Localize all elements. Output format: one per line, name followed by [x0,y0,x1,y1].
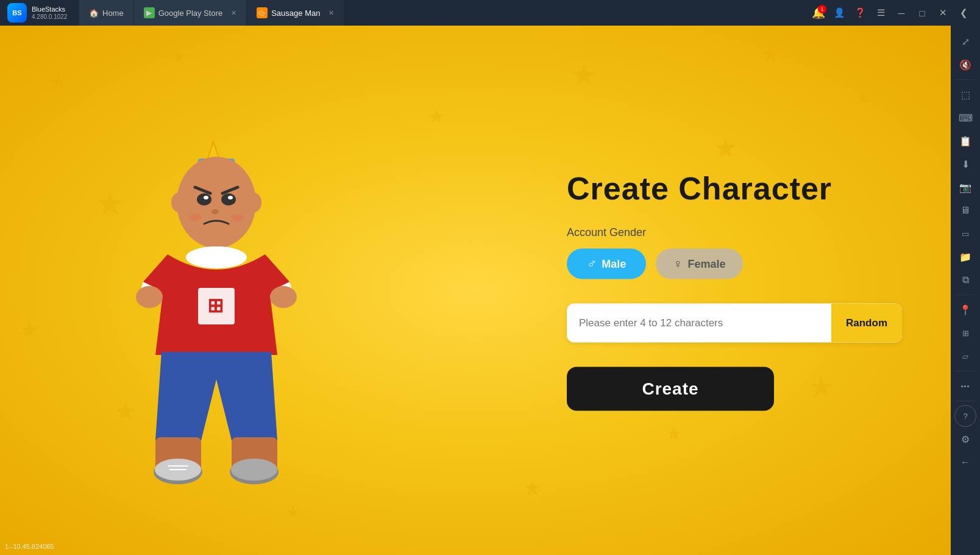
sidebar-divider-4 [956,401,975,401]
name-input-row: Random [567,304,902,343]
app-name: BlueStacks [32,5,67,13]
create-character-panel: Create Character Account Gender ♂ Male ♀… [567,170,902,411]
menu-button[interactable]: ☰ [872,4,890,22]
svg-point-13 [247,193,261,212]
home-tab-icon: 🏠 [89,9,99,18]
volume-icon[interactable]: 🔇 [954,54,976,76]
svg-point-8 [228,196,233,199]
female-button[interactable]: ♀ Female [656,249,743,279]
playstore-close-icon[interactable]: ✕ [231,9,236,17]
home-tab-label: Home [102,9,124,18]
create-title: Create Character [567,170,902,207]
sidebar-divider-2 [956,295,975,295]
svg-point-26 [231,459,277,481]
random-button[interactable]: Random [831,304,902,343]
fullscreen-icon[interactable]: ⤢ [954,30,976,52]
screen2-icon[interactable]: ▭ [954,223,976,245]
svg-point-5 [197,193,211,206]
location-icon[interactable]: 📍 [954,299,976,321]
screen-icon[interactable]: 🖥 [954,199,976,221]
svg-point-7 [204,196,208,199]
camera-icon[interactable]: 📷 [954,176,976,198]
sidebar-divider-3 [956,371,975,371]
coordinates-display: 1--10.45.824065 [5,543,54,550]
game-area: ★ ★ ★ ★ ★ ★ ★ ★ ★ ★ ★ ★ ★ ★ ★ [0,26,951,555]
help-button[interactable]: ❓ [851,4,869,22]
install-icon[interactable]: ⬇ [954,153,976,175]
maximize-button[interactable]: □ [913,4,931,22]
app-info: BlueStacks 4.280.0.1022 [32,5,67,20]
svg-point-15 [186,246,247,268]
gender-label: Account Gender [567,226,902,239]
window-controls: 🔔 👤 ❓ ☰ ─ □ ✕ ❮ [802,4,980,22]
help-icon[interactable]: ? [954,405,976,427]
svg-point-17 [270,286,297,308]
playstore-tab-label: Google Play Store [158,9,223,18]
gender-buttons: ♂ Male ♀ Female [567,249,902,279]
sausageman-tab-icon: 🌭 [257,7,268,18]
create-button[interactable]: Create [567,367,774,411]
copy-icon[interactable]: ⧉ [954,269,976,291]
sausageman-tab-label: Sausage Man [271,9,320,18]
tab-home[interactable]: 🏠 Home [79,0,134,26]
female-label: Female [688,257,726,270]
tab-playstore[interactable]: ▶ Google Play Store ✕ [134,0,247,26]
more-options-icon[interactable]: ••• [954,375,976,397]
account-button[interactable]: 👤 [830,4,848,22]
main-layout: ★ ★ ★ ★ ★ ★ ★ ★ ★ ★ ★ ★ ★ ★ ★ [0,26,980,555]
svg-point-6 [221,193,236,206]
region-capture-icon[interactable]: ⬚ [954,84,976,106]
app-version: 4.280.0.1022 [32,13,67,20]
right-sidebar: ⤢ 🔇 ⬚ ⌨ 📋 ⬇ 📷 🖥 ▭ 📁 ⧉ 📍 ⊞ ▱ ••• ? ⚙ ← [951,26,980,555]
male-button[interactable]: ♂ Male [567,249,646,279]
male-icon: ♂ [587,256,597,272]
playstore-tab-icon: ▶ [144,7,155,18]
titlebar: BS BlueStacks 4.280.0.1022 🏠 Home ▶ Goog… [0,0,980,26]
border-icon[interactable]: ▱ [954,345,976,367]
sidebar-toggle-button[interactable]: ❮ [954,4,973,22]
svg-point-10 [189,214,201,221]
folder-icon[interactable]: 📁 [954,246,976,268]
svg-point-9 [211,209,219,214]
svg-point-16 [136,286,163,308]
svg-point-2 [177,157,256,248]
svg-text:⊞: ⊞ [207,295,224,317]
character-display: ⊞ [110,74,323,501]
female-icon: ♀ [673,256,683,272]
sausageman-close-icon[interactable]: ✕ [328,9,334,17]
character-svg: ⊞ [119,123,314,501]
sidebar-divider-1 [956,79,975,80]
keyboard-icon[interactable]: ⌨ [954,107,976,129]
male-label: Male [602,257,626,270]
clipboard-icon[interactable]: 📋 [954,130,976,152]
svg-point-12 [171,193,186,212]
character-name-input[interactable] [567,317,831,329]
settings-icon[interactable]: ⚙ [954,428,976,450]
close-button[interactable]: ✕ [934,4,952,22]
tab-sausageman[interactable]: 🌭 Sausage Man ✕ [247,0,344,26]
notification-button[interactable]: 🔔 [809,4,828,22]
multi-icon[interactable]: ⊞ [954,322,976,344]
svg-point-11 [232,214,244,221]
minimize-button[interactable]: ─ [892,4,911,22]
back-icon[interactable]: ← [954,451,976,473]
bluestacks-logo-icon: BS [7,3,27,23]
tab-bar: 🏠 Home ▶ Google Play Store ✕ 🌭 Sausage M… [79,0,802,26]
app-logo: BS BlueStacks 4.280.0.1022 [0,3,79,23]
